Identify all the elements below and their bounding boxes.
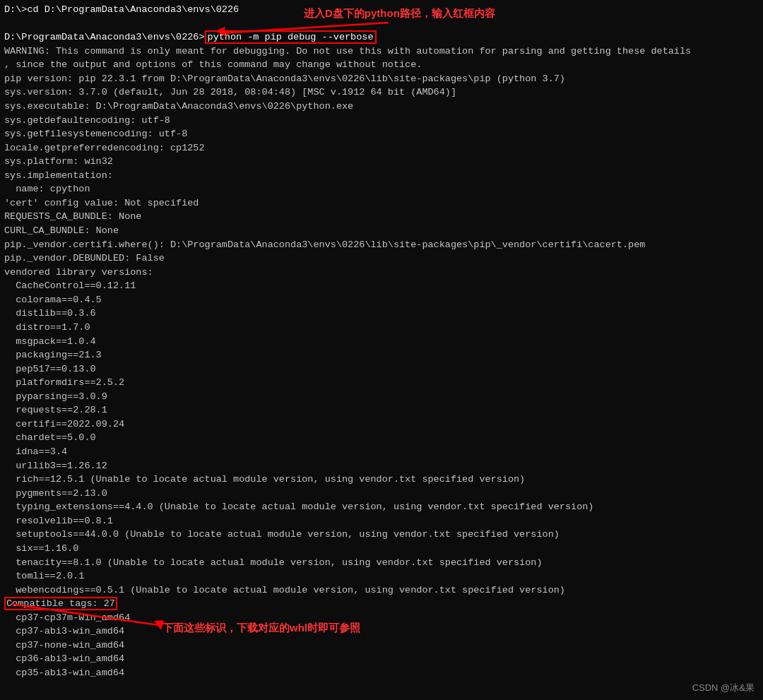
line-idna: idna==3.4 [4, 445, 759, 459]
line-impl: sys.implementation: [4, 169, 759, 183]
compat-box: Compatible tags: 27 [4, 597, 117, 610]
line-pygments: pygments==2.13.0 [4, 487, 759, 501]
line-urllib3: urllib3==1.26.12 [4, 459, 759, 473]
line-sys-exe: sys.executable: D:\ProgramData\Anaconda3… [4, 100, 759, 114]
line-distlib: distlib==0.3.6 [4, 307, 759, 321]
line-pip-cmd: D:\ProgramData\Anaconda3\envs\0226>pytho… [4, 30, 759, 45]
line-certifi: certifi==2022.09.24 [4, 417, 759, 432]
line-pip-certifi: pip._vendor.certifi.where(): D:\ProgramD… [4, 238, 759, 252]
line-tag2: cp37-abi3-win_amd64 [4, 624, 759, 639]
pip-command-box: python -m pip debug --verbose [205, 30, 377, 44]
line-cert: 'cert' config value: Not specified [4, 196, 759, 210]
line-tag5: cp35-abi3-win_amd64 [4, 666, 759, 680]
line-resolvelib: resolvelib==0.8.1 [4, 514, 759, 528]
line-chardet: chardet==5.0.0 [4, 431, 759, 445]
terminal: D:\>cd D:\ProgramData\Anaconda3\envs\022… [0, 0, 763, 700]
line-req-ca: REQUESTS_CA_BUNDLE: None [4, 210, 759, 224]
line-typing-ext: typing_extensions==4.4.0 (Unable to loca… [4, 500, 759, 514]
line-tag1: cp37-cp37m-win_amd64 [4, 611, 759, 625]
prompt-pip: D:\ProgramData\Anaconda3\envs\0226> [4, 32, 205, 42]
line-packaging: packaging==21.3 [4, 348, 759, 362]
line-requests: requests==2.28.1 [4, 403, 759, 417]
annotation-bottom: 下面这些标识，下载对应的whl时即可参照 [162, 622, 360, 635]
line-compat-tags: Compatible tags: 27 [4, 597, 759, 611]
line-msgpack: msgpack==1.0.4 [4, 335, 759, 349]
line-impl-name: name: cpython [4, 182, 759, 196]
line-pip-version: pip version: pip 22.3.1 from D:\ProgramD… [4, 72, 759, 86]
line-tomli: tomli==2.0.1 [4, 569, 759, 583]
line-rich: rich==12.5.1 (Unable to locate actual mo… [4, 473, 759, 487]
line-setuptools: setuptools==44.0.0 (Unable to locate act… [4, 528, 759, 542]
prompt-cd: D:\>cd D:\ProgramData\Anaconda3\envs\022… [4, 4, 239, 15]
line-cachecontrol: CacheControl==0.12.11 [4, 279, 759, 293]
line-locale: locale.getpreferredencoding: cp1252 [4, 141, 759, 155]
line-vendored-header: vendored library versions: [4, 266, 759, 280]
line-pep517: pep517==0.13.0 [4, 362, 759, 376]
line-curl-ca: CURL_CA_BUNDLE: None [4, 224, 759, 238]
line-tag4: cp36-abi3-win_amd64 [4, 652, 759, 666]
line-distro: distro==1.7.0 [4, 321, 759, 335]
line-six: six==1.16.0 [4, 542, 759, 556]
line-webencodings: webencodings==0.5.1 (Unable to locate ac… [4, 583, 759, 598]
line-pip-debundle: pip._vendor.DEBUNDLED: False [4, 251, 759, 266]
line-sys-version: sys.version: 3.7.0 (default, Jun 28 2018… [4, 85, 759, 100]
line-sys-fs: sys.getfilesystemencoding: utf-8 [4, 127, 759, 141]
line-sys-enc: sys.getdefaultencoding: utf-8 [4, 114, 759, 128]
line-platformdirs: platformdirs==2.5.2 [4, 376, 759, 390]
watermark: CSDN @冰&果 [692, 682, 755, 694]
line-colorama: colorama==0.4.5 [4, 293, 759, 307]
line-pyparsing: pyparsing==3.0.9 [4, 390, 759, 404]
line-platform: sys.platform: win32 [4, 155, 759, 169]
annotation-top: 进入D盘下的python路径，输入红框内容 [304, 7, 495, 20]
line-tenacity: tenacity==8.1.0 (Unable to locate actual… [4, 556, 759, 570]
line-warning2: , since the output and options of this c… [4, 58, 759, 72]
line-tag3: cp37-none-win_amd64 [4, 639, 759, 653]
line-warning1: WARNING: This command is only meant for … [4, 45, 759, 59]
